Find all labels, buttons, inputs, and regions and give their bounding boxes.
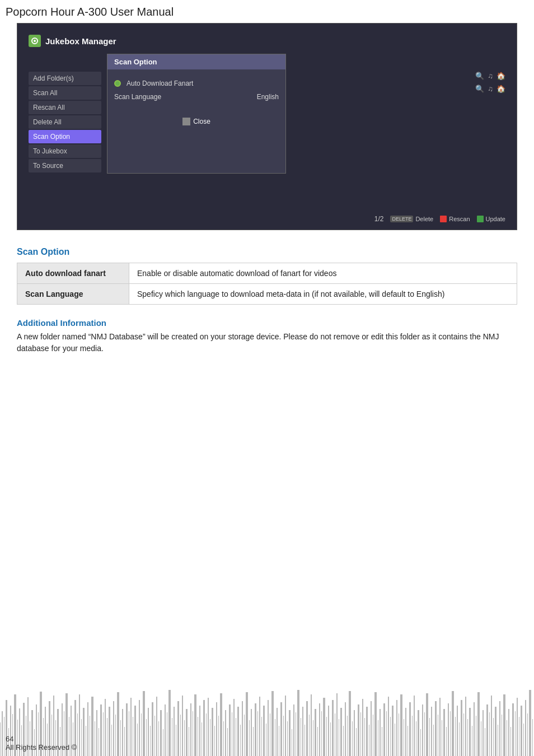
right-icons-area: 🔍 ♫ 🏠 🔍 ♫ 🏠	[475, 54, 505, 174]
jukebox-icon	[29, 35, 41, 47]
svg-rect-180	[382, 727, 382, 756]
delete-button[interactable]: DELETE Delete	[390, 216, 433, 222]
svg-rect-221	[469, 708, 471, 756]
svg-rect-158	[335, 713, 335, 756]
svg-rect-86	[180, 715, 181, 756]
scan-option-modal: Scan Option Auto Download Fanart Scan La…	[107, 54, 286, 174]
svg-rect-172	[364, 718, 365, 756]
svg-rect-135	[285, 696, 286, 756]
svg-rect-51	[105, 699, 106, 756]
delete-text: Delete	[415, 216, 433, 222]
svg-rect-209	[443, 709, 445, 756]
svg-rect-124	[261, 717, 262, 756]
table-def-1: Enable or disable automatic download of …	[129, 263, 517, 284]
svg-rect-175	[371, 701, 372, 756]
update-button[interactable]: Update	[477, 216, 505, 222]
sidebar-menu: Add Folder(s) Scan All Rescan All Delete…	[29, 72, 101, 174]
svg-rect-222	[472, 726, 472, 756]
svg-rect-99	[208, 698, 209, 756]
svg-rect-63	[130, 698, 132, 756]
scan-option-table: Auto download fanart Enable or disable a…	[17, 263, 517, 305]
table-def-2: Speficy which language to download meta-…	[129, 284, 517, 305]
svg-rect-132	[279, 726, 279, 756]
icon-group-2: 🔍 ♫ 🏠	[475, 85, 505, 93]
svg-rect-206	[438, 715, 438, 756]
svg-rect-197	[418, 710, 419, 756]
svg-rect-136	[287, 721, 288, 756]
svg-rect-122	[257, 711, 258, 756]
svg-rect-161	[340, 708, 342, 756]
svg-rect-87	[182, 696, 183, 756]
svg-rect-69	[143, 691, 145, 756]
svg-rect-174	[369, 725, 369, 756]
svg-rect-187	[396, 700, 397, 756]
svg-rect-84	[176, 725, 176, 756]
svg-rect-153	[323, 698, 325, 756]
svg-rect-233	[495, 707, 496, 756]
icon-group-1: 🔍 ♫ 🏠	[475, 72, 505, 80]
footer-text: 64 All Rights Reserved ©	[6, 735, 77, 752]
svg-rect-171	[362, 699, 363, 756]
svg-rect-218	[463, 713, 464, 756]
svg-rect-249	[529, 690, 531, 756]
rescan-button[interactable]: Rescan	[440, 216, 470, 222]
sidebar-item-add-folders[interactable]: Add Folder(s)	[29, 72, 101, 85]
sidebar-item-delete-all[interactable]: Delete All	[29, 115, 101, 129]
sidebar-item-rescan-all[interactable]: Rescan All	[29, 101, 101, 114]
svg-rect-170	[360, 712, 361, 756]
svg-rect-98	[206, 713, 207, 756]
svg-rect-112	[236, 718, 236, 756]
svg-rect-88	[184, 720, 185, 756]
sidebar-item-to-source[interactable]: To Source	[29, 159, 101, 172]
svg-rect-144	[305, 725, 305, 756]
svg-rect-119	[251, 709, 252, 756]
svg-rect-62	[129, 711, 129, 756]
svg-rect-231	[491, 696, 492, 756]
svg-rect-225	[477, 692, 480, 756]
scan-language-value: English	[257, 93, 279, 101]
svg-rect-131	[277, 708, 278, 756]
svg-rect-118	[249, 720, 250, 756]
svg-rect-151	[319, 703, 320, 756]
svg-rect-157	[332, 700, 334, 756]
close-button[interactable]: Close	[182, 118, 210, 125]
modal-title: Scan Option	[107, 54, 285, 69]
svg-rect-128	[270, 713, 270, 756]
svg-rect-102	[214, 726, 215, 756]
svg-rect-149	[315, 709, 316, 756]
svg-rect-58	[120, 720, 121, 756]
svg-rect-160	[339, 719, 339, 756]
svg-rect-48	[99, 728, 99, 756]
svg-rect-95	[199, 706, 200, 756]
close-button-square-icon	[182, 118, 190, 125]
svg-rect-108	[227, 728, 228, 756]
svg-rect-73	[152, 702, 153, 756]
svg-rect-121	[255, 703, 256, 756]
sidebar-item-scan-option[interactable]: Scan Option	[29, 130, 101, 143]
sidebar-item-to-jukebox[interactable]: To Jukebox	[29, 144, 101, 158]
svg-rect-125	[263, 706, 265, 756]
radio-auto-download[interactable]	[114, 80, 121, 87]
svg-rect-75	[156, 697, 157, 756]
svg-rect-211	[448, 703, 449, 756]
sidebar-item-scan-all[interactable]: Scan All	[29, 86, 101, 100]
delete-key-label: DELETE	[390, 216, 413, 222]
svg-rect-239	[508, 709, 509, 756]
svg-rect-126	[266, 724, 266, 756]
svg-rect-203	[431, 707, 432, 756]
svg-rect-72	[150, 726, 151, 756]
svg-rect-165	[349, 691, 351, 756]
footer-area: 64 All Rights Reserved ©	[0, 655, 534, 756]
svg-rect-46	[95, 721, 95, 756]
svg-rect-201	[426, 693, 428, 756]
svg-rect-226	[481, 721, 481, 756]
svg-rect-214	[455, 717, 456, 756]
svg-rect-106	[223, 721, 224, 756]
svg-rect-40	[81, 719, 82, 756]
svg-rect-194	[412, 716, 413, 756]
svg-rect-164	[347, 716, 348, 756]
svg-rect-237	[503, 694, 505, 756]
svg-rect-146	[309, 715, 310, 756]
svg-rect-49	[100, 704, 102, 756]
svg-rect-223	[474, 702, 475, 756]
